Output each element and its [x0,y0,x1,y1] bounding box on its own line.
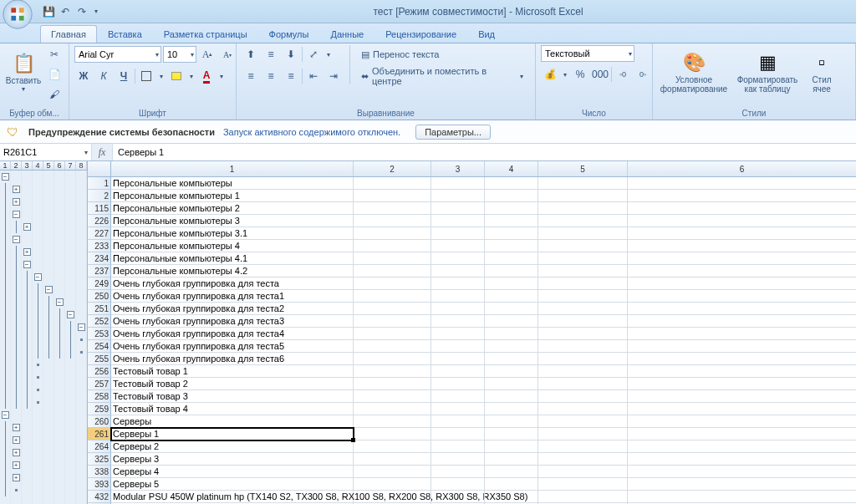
wrap-text-button[interactable]: ▤Перенос текста [357,45,530,64]
outline-collapse-button[interactable]: − [67,311,74,318]
cell[interactable]: Тестовый товар 1 [111,365,354,378]
currency-button[interactable]: 💰 [541,65,559,84]
cell[interactable] [431,491,485,503]
cell[interactable] [538,353,628,365]
cell[interactable] [628,303,856,315]
fx-button[interactable]: fx [92,144,112,160]
row-header[interactable]: 249 [88,277,111,290]
cell[interactable] [538,453,628,466]
cell[interactable] [628,466,856,478]
cell[interactable] [538,215,628,227]
cell[interactable] [628,353,856,365]
cell[interactable]: Серверы 4 [111,466,354,478]
cell[interactable] [628,390,856,403]
name-box[interactable]: R261C1▾ [0,144,92,160]
cell[interactable] [485,378,538,390]
row-header[interactable]: 237 [88,265,111,277]
cell[interactable] [538,328,628,340]
cell[interactable]: Очень глубокая группировка для теста1 [111,290,354,303]
outline-expand-button[interactable]: + [13,198,20,206]
outline-collapse-button[interactable]: − [45,286,53,293]
cell[interactable] [628,240,856,252]
cell[interactable] [431,415,485,428]
cell[interactable]: Персональные компьютеры 2 [111,202,354,215]
ribbon-tab-5[interactable]: Рецензирование [374,25,467,43]
cell-styles-button[interactable]: ▫ Стил ячее [805,45,838,100]
cell[interactable] [628,403,856,415]
cell[interactable] [431,240,485,252]
cell[interactable] [431,403,485,415]
format-painter-button[interactable]: 🖌 [45,85,64,104]
cell[interactable] [354,466,431,478]
cell[interactable] [628,340,856,353]
cell[interactable] [354,491,431,503]
cell[interactable] [354,277,431,290]
row-header[interactable]: 255 [88,353,111,365]
align-middle-button[interactable]: ≡ [262,45,280,64]
cell[interactable] [354,453,431,466]
cell[interactable]: Тестовый товар 2 [111,378,354,390]
cell[interactable] [628,227,856,240]
cell[interactable] [538,440,628,453]
cell[interactable]: Персональные компьютеры 3.1 [111,227,354,240]
cell[interactable] [538,390,628,403]
undo-icon[interactable]: ↶ [59,5,72,18]
outline-collapse-button[interactable]: − [56,298,64,306]
cell[interactable] [538,190,628,202]
cell[interactable] [628,453,856,466]
row-header[interactable]: 233 [88,240,111,252]
cell[interactable] [628,290,856,303]
cell[interactable]: Очень глубокая группировка для теста2 [111,303,354,315]
align-center-button[interactable]: ≡ [262,67,280,85]
percent-button[interactable]: % [571,65,589,84]
cell[interactable]: Персональные компьютеры 4 [111,240,354,252]
cell[interactable] [431,440,485,453]
cell[interactable] [431,303,485,315]
row-header[interactable]: 250 [88,290,111,303]
bold-button[interactable]: Ж [74,67,93,85]
cell[interactable] [628,491,856,503]
cell[interactable]: Серверы [111,415,354,428]
align-left-button[interactable]: ≡ [242,67,260,85]
row-header[interactable]: 258 [88,390,111,403]
cell[interactable] [628,478,856,491]
row-header[interactable]: 2 [88,190,111,202]
chevron-down-icon[interactable]: ▾ [187,73,196,80]
formula-input[interactable]: Серверы 1 [113,144,856,160]
cell[interactable] [431,265,485,277]
outline-collapse-button[interactable]: − [13,211,20,218]
font-name-combo[interactable]: Arial Cyr▾ [74,46,161,63]
italic-button[interactable]: К [94,67,113,85]
align-right-button[interactable]: ≡ [282,67,300,85]
cell[interactable] [485,252,538,265]
cell[interactable] [354,227,431,240]
row-header[interactable]: 325 [88,453,111,466]
row-header[interactable]: 1 [88,177,111,190]
cell[interactable]: Серверы 5 [111,478,354,491]
cell[interactable]: Серверы 3 [111,453,354,466]
cell[interactable] [485,440,538,453]
cell[interactable] [485,353,538,365]
cell[interactable] [485,328,538,340]
outline-collapse-button[interactable]: − [2,411,9,419]
cell[interactable] [431,252,485,265]
row-header[interactable]: 253 [88,328,111,340]
row-header[interactable]: 234 [88,252,111,265]
column-header[interactable]: 6 [628,161,856,176]
cell[interactable] [628,265,856,277]
row-header[interactable]: 260 [88,415,111,428]
outline-expand-button[interactable]: + [13,186,20,193]
column-header[interactable]: 3 [431,161,485,176]
row-header[interactable]: 227 [88,227,111,240]
security-options-button[interactable]: Параметры... [415,125,491,140]
cell[interactable] [431,277,485,290]
ribbon-tab-4[interactable]: Данные [319,25,374,43]
cell[interactable]: Modular PSU 450W platinum hp (TX140 S2, … [111,491,354,503]
cell[interactable] [538,290,628,303]
outline-level-3[interactable]: 3 [22,161,33,170]
cell[interactable]: Очень глубокая группировка для теста3 [111,315,354,328]
cell[interactable] [538,177,628,190]
row-header[interactable]: 226 [88,215,111,227]
ribbon-tab-2[interactable]: Разметка страницы [153,25,258,43]
outline-expand-button[interactable]: + [13,461,20,469]
